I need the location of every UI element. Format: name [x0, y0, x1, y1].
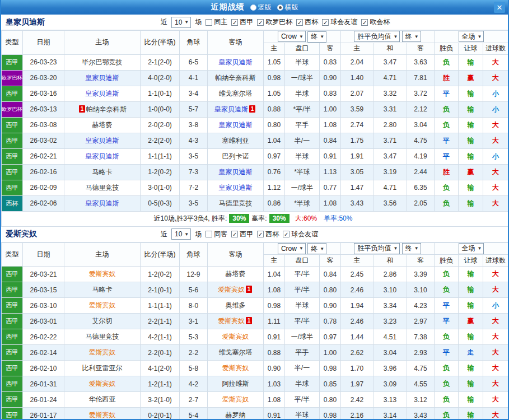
avg-final-select[interactable]: 终▼ [402, 243, 421, 254]
sub-column-header: 胜负 [435, 255, 459, 267]
filter-checkbox-1[interactable]: 同主 [206, 17, 227, 27]
away-team-name[interactable]: 爱斯宾奴 [218, 286, 245, 293]
match-count-select[interactable]: 10▼ [171, 228, 191, 240]
chevron-down-icon: ▼ [393, 34, 398, 39]
column-header: 比分(半场) [141, 31, 180, 55]
home-team-name[interactable]: 爱斯宾奴 [89, 348, 116, 356]
match-row: 西甲26-03-01艾尔切2-2(1-1)3-1爱斯宾奴11.11平/半0.78… [2, 314, 508, 329]
score-cell: 2-1(0-1) [141, 282, 180, 298]
league-badge: 西甲 [2, 376, 23, 392]
home-team-name[interactable]: 赫塔费 [92, 121, 113, 129]
match-row: 西甲26-03-08赫塔费2-0(2-0)3-8皇家贝迪斯0.80平手1.082… [2, 117, 508, 133]
home-team-name[interactable]: 爱斯宾奴 [89, 270, 116, 278]
away-team-name[interactable]: 阿拉维斯 [222, 380, 249, 388]
filter-checkbox-3[interactable]: ✓西杯 [257, 230, 279, 239]
filter-checkbox-2[interactable]: ✓西甲 [231, 17, 253, 27]
away-team-name[interactable]: 皇家贝迪斯 [219, 168, 253, 176]
home-team-name[interactable]: 马略卡 [92, 168, 113, 176]
away-team-name[interactable]: 马德里竞技 [219, 199, 253, 207]
home-team-cell: 马略卡 [64, 282, 141, 298]
corner-cell: 5-4 [180, 408, 208, 420]
odds-away-cell: 1.00 [320, 345, 341, 361]
home-team-name[interactable]: 爱斯宾奴 [89, 301, 116, 309]
odds-final-select[interactable]: 终▼ [307, 243, 326, 254]
score-cell: 2-2(2-0) [141, 133, 180, 148]
avg-win-cell: 1.47 [341, 180, 373, 195]
avg-final-select[interactable]: 终▼ [402, 31, 421, 42]
away-team-name[interactable]: 奥维多 [226, 301, 246, 309]
away-team-name[interactable]: 巴列卡诺 [222, 152, 249, 160]
match-count-select[interactable]: 10▼ [171, 17, 191, 28]
home-team-name[interactable]: 毕尔巴鄂竞技 [82, 58, 123, 66]
odds-company-select[interactable]: Crow▼ [278, 31, 306, 42]
away-team-name[interactable]: 维戈塞尔塔 [219, 348, 253, 356]
vertical-layout-radio[interactable]: 竖版 [250, 3, 272, 12]
home-team-name[interactable]: 皇家贝迪斯 [86, 199, 119, 207]
home-team-name[interactable]: 马德里竞技 [86, 333, 119, 340]
home-team-name[interactable]: 皇家贝迪斯 [86, 90, 119, 97]
filter-checkbox-5[interactable]: ✓球会友谊 [322, 17, 357, 27]
match-date: 26-03-01 [23, 314, 64, 329]
odds-final-select[interactable]: 终▼ [307, 31, 326, 43]
filter-checkbox-4[interactable]: ✓西杯 [296, 17, 318, 27]
avg-draw-cell: 4.71 [373, 180, 407, 195]
filter-checkbox-4[interactable]: ✓球会友谊 [283, 230, 318, 239]
chevron-down-icon: ▼ [320, 246, 324, 251]
away-team-name[interactable]: 赫罗纳 [226, 411, 246, 419]
home-team-cell: 爱斯宾奴 [64, 408, 141, 420]
column-header: 主场 [64, 31, 141, 55]
away-team-name[interactable]: 爱斯宾奴 [222, 364, 249, 372]
filter-checkbox-6[interactable]: ✓欧会杯 [361, 17, 390, 27]
odds-home-cell: 0.91 [264, 408, 285, 420]
result-cell: 负 [435, 180, 459, 195]
avg-type-select[interactable]: 胜平负均值▼ [354, 31, 400, 42]
home-team-name[interactable]: 帕纳辛奈科斯 [86, 105, 127, 113]
away-team-name[interactable]: 维戈塞尔塔 [219, 90, 253, 97]
filter-checkbox-2[interactable]: ✓西甲 [231, 230, 253, 239]
column-header: 角球 [180, 242, 208, 267]
handicap-result-cell: 输 [459, 86, 483, 101]
odds-company-select[interactable]: Crow▼ [278, 243, 306, 254]
away-team-name[interactable]: 爱斯宾奴 [222, 333, 249, 340]
sub-column-header: 客 [320, 43, 341, 54]
home-team-name[interactable]: 马德里竞技 [86, 184, 119, 192]
away-team-cell: 爱斯宾奴 [208, 392, 264, 408]
fulltime-select[interactable]: 全场▼ [459, 243, 484, 254]
away-team-name[interactable]: 皇家贝迪斯 [214, 105, 248, 113]
avg-loss-cell: 7.38 [407, 329, 435, 345]
horizontal-layout-radio[interactable]: 横版 [277, 3, 298, 12]
home-team-name[interactable]: 比利亚雷亚尔 [82, 364, 123, 372]
filter-checkbox-3[interactable]: ✓欧罗巴杯 [257, 17, 292, 27]
handicap-cell: 半球 [285, 376, 320, 392]
home-team-name[interactable]: 爱斯宾奴 [89, 380, 116, 388]
odds-away-cell: 0.83 [320, 86, 341, 101]
odds-home-cell: 0.76 [264, 164, 285, 180]
away-team-name[interactable]: 爱斯宾奴 [218, 317, 245, 325]
fulltime-select[interactable]: 全场▼ [459, 31, 484, 42]
home-team-name[interactable]: 皇家贝迪斯 [86, 74, 119, 82]
avg-type-select[interactable]: 胜平负均值▼ [354, 243, 400, 254]
away-team-name[interactable]: 赫塔费 [226, 270, 246, 278]
filter-checkbox-1[interactable]: 同客 [206, 230, 227, 239]
away-team-name[interactable]: 皇家贝迪斯 [219, 58, 253, 66]
away-team-name[interactable]: 塞维利亚 [222, 137, 249, 144]
close-button[interactable]: ✕ [494, 2, 505, 13]
home-team-name[interactable]: 艾尔切 [92, 317, 113, 325]
handicap-cell: 平手 [285, 117, 320, 133]
home-team-name[interactable]: 爱斯宾奴 [89, 411, 116, 419]
league-badge: 西甲 [2, 314, 23, 329]
away-team-name[interactable]: 皇家贝迪斯 [219, 184, 253, 192]
home-team-name[interactable]: 马略卡 [92, 286, 113, 293]
away-team-name[interactable]: 帕纳辛奈科斯 [216, 74, 256, 82]
home-team-name[interactable]: 皇家贝迪斯 [86, 137, 119, 144]
odds-home-cell: 1.12 [264, 180, 285, 195]
away-team-name[interactable]: 皇家贝迪斯 [219, 121, 253, 129]
near-label: 近 [161, 230, 167, 239]
score-cell: 2-2(1-1) [141, 314, 180, 329]
avg-win-cell: 3.43 [341, 195, 373, 211]
odds-away-cell: 0.98 [320, 361, 341, 376]
home-team-name[interactable]: 华伦西亚 [89, 395, 116, 403]
away-team-name[interactable]: 爱斯宾奴 [222, 395, 249, 403]
home-team-name[interactable]: 皇家贝迪斯 [86, 152, 119, 160]
corner-cell: 3-5 [180, 148, 208, 164]
